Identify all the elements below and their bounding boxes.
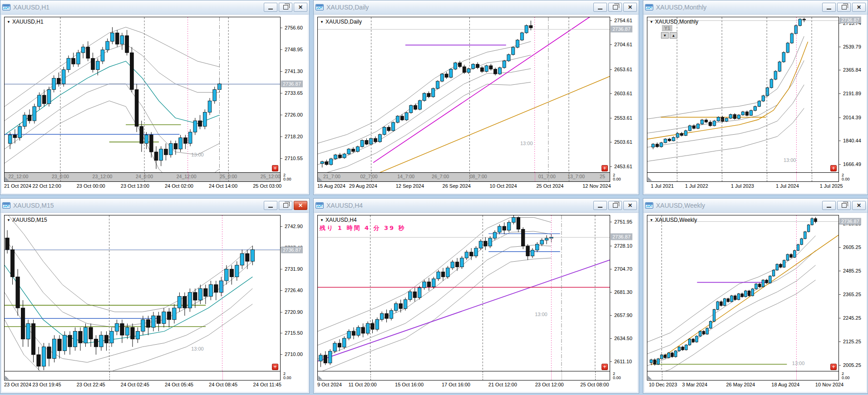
time-axis-label: 23 Oct 13:00 <box>121 183 149 189</box>
window-titlebar[interactable]: XAUUSD,M15✕ <box>0 199 309 213</box>
price-axis-label: 2726.00 <box>285 112 303 117</box>
price-tick-mark <box>610 142 612 142</box>
close-button[interactable]: ✕ <box>852 201 866 210</box>
price-axis-label: 2718.20 <box>285 134 303 139</box>
restore-icon <box>283 5 288 10</box>
subwindow-resize-grip[interactable] <box>5 375 9 380</box>
timeline-band <box>647 173 839 182</box>
price-axis-label: 2653.61 <box>614 67 632 72</box>
minimize-icon <box>268 5 273 10</box>
subwindow-resize-grip[interactable] <box>318 177 322 181</box>
restore-button[interactable] <box>837 201 851 210</box>
price-tick-mark <box>839 271 841 271</box>
price-axis-label: 2741.30 <box>285 68 303 74</box>
close-button[interactable]: ✕ <box>294 201 307 210</box>
time-axis: 1 Jul 20211 Jul 20221 Jul 20231 Jul 2024… <box>647 182 866 191</box>
price-tick-mark <box>610 166 612 167</box>
close-button[interactable]: ✕ <box>623 3 637 12</box>
time-axis-label: 22 Oct 12:00 <box>33 183 61 189</box>
minimize-button[interactable] <box>593 201 607 210</box>
subwindow-scale-min: 0.00 <box>613 177 621 181</box>
band-separator-line <box>188 173 188 181</box>
price-tick-mark <box>610 292 612 293</box>
chart-window-monthly: XAUUSD,Monthly✕▼XAUUSD,MonthlyY1▼▲13:00+… <box>643 0 868 195</box>
one-click-plus-button[interactable]: + <box>272 364 278 370</box>
chart-window-daily: XAUUSD,Daily✕▼XAUUSD,Daily13:00+21_7:000… <box>313 0 639 195</box>
close-icon: ✕ <box>298 203 303 208</box>
restore-button[interactable] <box>837 3 851 12</box>
band-separator-line <box>535 173 535 181</box>
window-titlebar[interactable]: XAUUSD,H4✕ <box>314 199 639 213</box>
price-tick-mark <box>839 164 841 165</box>
restore-button[interactable] <box>608 201 622 210</box>
price-tick-mark <box>610 315 612 316</box>
minimize-button[interactable] <box>264 3 277 12</box>
price-axis-label: 2365.84 <box>843 67 861 73</box>
time-axis-label: 24 Oct 08:45 <box>209 382 237 387</box>
chart-body: ▼XAUUSD,MonthlyY1▼▲13:00+1 Jul 20211 Jul… <box>645 15 866 193</box>
window-titlebar[interactable]: XAUUSD,Weekly✕ <box>643 199 868 213</box>
step-up-button[interactable]: ▲ <box>670 32 677 39</box>
price-tick-mark <box>281 93 282 93</box>
window-titlebar[interactable]: XAUUSD,Monthly✕ <box>643 0 868 15</box>
time-axis-label: 29 Aug 2024 <box>349 183 377 189</box>
one-click-plus-button[interactable]: + <box>602 165 608 171</box>
price-tick-mark <box>839 294 841 295</box>
subwindow-resize-grip[interactable] <box>5 177 9 181</box>
chart-plot[interactable]: ▼XAUUSD,M1513:00+ <box>4 215 281 371</box>
current-price-badge: 2736.87 <box>281 80 303 87</box>
chart-plot[interactable]: ▼XAUUSD,H113:00+ <box>4 17 281 173</box>
chart-plot[interactable]: ▼XAUUSD,MonthlyY1▼▲13:00+ <box>647 17 839 173</box>
chart-plot[interactable]: ▼XAUUSD,Weekly13:00+ <box>647 215 839 371</box>
minimize-button[interactable] <box>593 3 607 12</box>
price-axis-label: 2733.65 <box>285 90 303 96</box>
chart-symbol-label: ▼XAUUSD,M15 <box>7 217 47 223</box>
close-button[interactable]: ✕ <box>852 3 866 12</box>
chart-symbol-text: XAUUSD,Monthly <box>655 19 698 25</box>
time-axis-label: 23 Oct 22:45 <box>77 382 105 387</box>
time-axis: 21 Oct 202422 Oct 12:0023 Oct 00:0023 Oc… <box>4 182 308 191</box>
time-axis-label: 15 Aug 2024 <box>317 183 345 189</box>
window-titlebar[interactable]: XAUUSD,H1✕ <box>0 0 309 15</box>
price-tick-mark <box>281 158 282 159</box>
band-separator-line <box>677 173 677 181</box>
band-separator-line <box>222 371 223 380</box>
chart-symbol-label: ▼XAUUSD,Monthly <box>650 19 698 25</box>
subwindow-resize-grip[interactable] <box>648 177 652 181</box>
price-axis-label: 1840.44 <box>843 138 861 143</box>
band-separator-line <box>548 173 549 181</box>
price-axis: 2754.612704.612653.612603.612553.612503.… <box>610 17 638 183</box>
price-tick-mark <box>610 361 612 362</box>
chart-window-icon <box>316 202 324 209</box>
close-button[interactable]: ✕ <box>623 201 637 210</box>
one-click-plus-button[interactable]: + <box>602 364 608 370</box>
price-tick-mark <box>281 49 282 50</box>
restore-button[interactable] <box>279 201 292 210</box>
subwindow-resize-grip[interactable] <box>648 375 652 380</box>
one-click-plus-button[interactable]: + <box>830 165 837 171</box>
time-axis-label: 10 Oct 2024 <box>490 183 517 189</box>
time-axis-label: 12 Sep 2024 <box>396 183 424 189</box>
price-axis-label: 2704.61 <box>614 42 632 47</box>
restore-button[interactable] <box>279 3 292 12</box>
restore-button[interactable] <box>608 3 622 12</box>
price-axis-label: 2611.10 <box>614 359 632 364</box>
close-icon: ✕ <box>857 203 861 208</box>
minimize-button[interactable] <box>264 201 277 210</box>
window-titlebar[interactable]: XAUUSD,Daily✕ <box>314 0 639 15</box>
price-axis-label: 2720.90 <box>285 309 303 315</box>
price-axis-label: 2754.61 <box>614 18 632 23</box>
one-click-plus-button[interactable]: + <box>830 364 837 370</box>
close-button[interactable]: ✕ <box>294 3 307 12</box>
price-axis-label: 2539.79 <box>843 44 861 49</box>
minimize-button[interactable] <box>822 3 836 12</box>
time-axis-label: 1 Jul 2022 <box>685 183 708 189</box>
minimize-button[interactable] <box>822 201 836 210</box>
price-axis: 2756.602748.952741.302733.652726.002718.… <box>281 17 309 183</box>
time-axis-label: 26 Sep 2024 <box>443 183 471 189</box>
chart-plot[interactable]: ▼XAUUSD,H4残り 1 時間 4 分 39 秒13:00+ <box>317 215 610 371</box>
chart-plot[interactable]: ▼XAUUSD,Daily13:00+ <box>317 17 610 173</box>
subwindow-resize-grip[interactable] <box>318 375 322 380</box>
one-click-plus-button[interactable]: + <box>272 165 278 171</box>
step-down-button[interactable]: ▼ <box>661 32 669 39</box>
